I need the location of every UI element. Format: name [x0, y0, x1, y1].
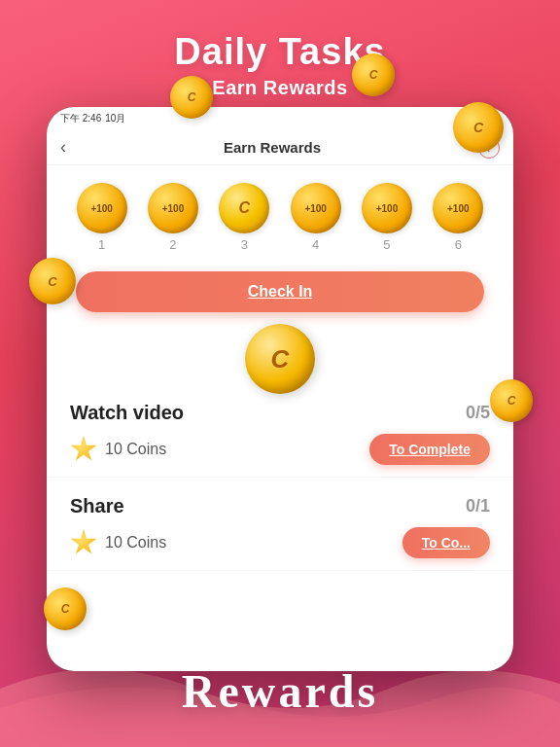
task-share-reward-left: 10 Coins — [70, 529, 166, 556]
tablet-frame: 下午 2:46 10月 ▲ 39% ‹ Earn Rewards ? +100 … — [47, 107, 513, 671]
checkin-coin-4[interactable]: +100 — [291, 183, 341, 233]
checkin-day-5: +100 5 — [362, 183, 412, 252]
task-share-name: Share — [70, 495, 124, 517]
float-coin-ml — [29, 258, 76, 304]
checkin-row: +100 1 +100 2 C 3 +100 — [47, 165, 513, 260]
coin-label-4: +100 — [304, 203, 327, 214]
task-watch-video-reward-left: 10 Coins — [70, 436, 166, 463]
task-share-reward-row: 10 Coins To Co... — [70, 527, 490, 558]
float-coin-tl — [170, 76, 213, 119]
day-num-3: 3 — [241, 237, 248, 252]
checkin-day-1: +100 1 — [77, 183, 127, 252]
day-num-5: 5 — [383, 237, 390, 252]
status-date: 10月 — [105, 112, 125, 125]
task-watch-video-reward-row: 10 Coins To Complete — [70, 434, 490, 465]
status-left: 下午 2:46 10月 — [60, 112, 125, 125]
float-coin-tc — [352, 53, 395, 96]
task-watch-video-progress: 0/5 — [466, 403, 490, 423]
back-button[interactable]: ‹ — [60, 137, 66, 158]
star-icon-share — [70, 529, 97, 556]
star-icon — [70, 436, 97, 463]
checkin-day-2: +100 2 — [148, 183, 198, 252]
checkin-btn-wrap: Check In — [47, 260, 513, 320]
task-watch-video-header: Watch video 0/5 — [70, 402, 490, 424]
float-coin-bl — [44, 587, 87, 630]
task-share-progress: 0/1 — [466, 496, 490, 516]
task-watch-video-name: Watch video — [70, 402, 184, 424]
checkin-day-6: +100 6 — [433, 183, 483, 252]
page-subtitle: Earn Rewards — [0, 77, 560, 99]
checkin-coin-3[interactable]: C — [219, 183, 269, 233]
day-num-2: 2 — [169, 237, 176, 252]
task-watch-video: Watch video 0/5 10 Coins To Complete — [47, 384, 513, 478]
checkin-coin-6[interactable]: +100 — [433, 183, 483, 233]
checkin-coin-5[interactable]: +100 — [362, 183, 412, 233]
checkin-button[interactable]: Check In — [76, 271, 484, 312]
checkin-day-4: +100 4 — [291, 183, 341, 252]
day-num-6: 6 — [455, 237, 462, 252]
float-coin-mr — [490, 379, 533, 422]
status-time: 下午 2:46 — [60, 112, 101, 125]
checkin-coin-1[interactable]: +100 — [77, 183, 127, 233]
task-watch-video-complete-btn[interactable]: To Complete — [369, 434, 490, 465]
task-share-complete-btn[interactable]: To Co... — [402, 527, 490, 558]
status-bar: 下午 2:46 10月 ▲ 39% — [47, 107, 513, 130]
float-coin-tr — [453, 102, 504, 153]
page-title: Daily Tasks — [0, 31, 560, 73]
task-watch-video-reward: 10 Coins — [105, 441, 166, 458]
coin-label-3: C — [239, 199, 251, 217]
day-num-4: 4 — [312, 237, 319, 252]
coin-label-2: +100 — [162, 203, 185, 214]
coin-label-6: +100 — [447, 203, 470, 214]
app-navbar: ‹ Earn Rewards ? — [47, 130, 513, 165]
footer-section: Rewards — [0, 664, 560, 718]
app-content: +100 1 +100 2 C 3 +100 — [47, 165, 513, 671]
coin-label-5: +100 — [376, 203, 399, 214]
checkin-coin-2[interactable]: +100 — [148, 183, 198, 233]
coin-label-1: +100 — [90, 203, 113, 214]
task-share: Share 0/1 10 Coins To Co... — [47, 478, 513, 571]
big-coin: C — [245, 324, 315, 394]
checkin-day-3: C 3 — [219, 183, 269, 252]
nav-title: Earn Rewards — [224, 139, 321, 156]
footer-rewards-label: Rewards — [182, 665, 378, 717]
task-share-reward: 10 Coins — [105, 534, 166, 551]
day-num-1: 1 — [98, 237, 105, 252]
task-share-header: Share 0/1 — [70, 495, 490, 517]
header-section: Daily Tasks Earn Rewards — [0, 0, 560, 99]
